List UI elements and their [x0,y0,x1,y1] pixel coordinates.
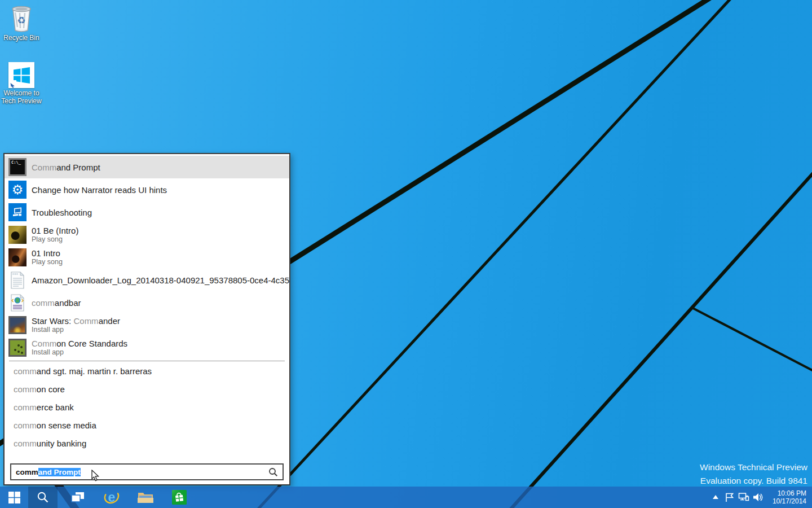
taskbar-clock[interactable]: 10:06 PM 10/17/2014 [769,489,806,505]
shortcut-arrow-overlay [9,80,16,87]
desktop-icon-welcome-tech-preview[interactable]: Welcome to Tech Preview [0,62,43,105]
svg-text:e: e [108,490,116,505]
suggestion-item[interactable]: community banking [5,435,289,453]
speaker-icon [752,492,763,502]
result-amazon-log-file[interactable]: Amazon_Downloader_Log_20140318-040921_95… [5,269,289,291]
welcome-label: Welcome to Tech Preview [0,89,43,105]
welcome-shortcut-icon [8,62,34,88]
system-tray: 10:06 PM 10/17/2014 [708,487,812,508]
evaluation-watermark: Windows Technical Preview Evaluation cop… [700,461,807,488]
search-submit-icon[interactable] [268,467,278,477]
internet-explorer-button[interactable]: e [95,487,129,508]
suggestion-item[interactable]: commerce bank [5,398,289,417]
search-results-panel: C:\_ Command Prompt ⚙ Change how Narrato… [3,153,290,485]
search-input-typed-text: comm [16,468,38,476]
file-explorer-button[interactable] [129,487,162,508]
watermark-line2: Evaluation copy. Build 9841 [700,474,807,488]
search-results-list: C:\_ Command Prompt ⚙ Change how Narrato… [5,154,289,359]
action-center-button[interactable] [722,487,736,508]
result-commandbar-file[interactable]: commandbar [5,291,289,314]
result-common-core-standards[interactable]: Common Core Standards Install app [5,336,289,359]
suggestion-item[interactable]: command sgt. maj. martin r. barreras [5,362,289,380]
watermark-line1: Windows Technical Preview [700,461,807,474]
taskbar: e [0,487,812,508]
recycle-bin-icon: ♻ [7,3,36,33]
svg-text:♻: ♻ [17,15,25,26]
task-view-button[interactable] [61,487,95,508]
album-art-icon [8,248,27,266]
internet-explorer-icon: e [103,489,120,506]
search-suggestions-list: command sgt. maj. martin r. barreras com… [5,362,289,453]
command-prompt-icon: C:\_ [8,158,27,176]
result-song-intro[interactable]: 01 Intro Play song [5,246,289,269]
search-input-selected-autocomplete: and Prompt [38,468,81,476]
result-troubleshooting[interactable]: Troubleshooting [5,201,289,224]
gear-icon: ⚙ [8,181,27,199]
search-input[interactable]: command Prompt [10,463,284,480]
result-song-be-intro[interactable]: 01 Be (Intro) Play song [5,224,289,246]
network-status-button[interactable] [736,487,751,508]
network-icon [738,492,749,502]
album-art-icon [8,226,27,244]
html-document-icon [8,294,27,312]
result-command-prompt[interactable]: C:\_ Command Prompt [5,156,289,178]
result-star-wars-commander[interactable]: Star Wars: Commander Install app [5,314,289,336]
result-narrator-setting[interactable]: ⚙ Change how Narrator reads UI hints [5,178,289,201]
recycle-bin-label: Recycle Bin [0,34,43,42]
clock-time: 10:06 PM [769,489,806,497]
troubleshooting-icon [8,203,27,221]
text-document-icon [8,271,27,289]
task-view-icon [70,491,85,503]
chevron-up-icon [713,495,718,500]
show-hidden-icons-button[interactable] [708,487,722,508]
suggestion-item[interactable]: common core [5,380,289,398]
windows-logo-icon [8,492,20,503]
taskbar-search-button[interactable] [28,487,58,508]
suggestion-item[interactable]: common sense media [5,417,289,435]
windows-store-icon [171,489,187,505]
common-core-app-icon [8,339,27,357]
flag-icon [725,492,735,502]
desktop-icon-recycle-bin[interactable]: ♻ Recycle Bin [0,3,43,42]
start-button[interactable] [0,487,28,508]
windows-store-button[interactable] [162,487,196,508]
star-wars-app-icon [8,316,27,334]
clock-date: 10/17/2014 [769,497,806,505]
results-suggestions-divider [9,361,285,361]
search-icon [37,491,49,503]
file-explorer-icon [137,491,154,504]
volume-button[interactable] [751,487,765,508]
